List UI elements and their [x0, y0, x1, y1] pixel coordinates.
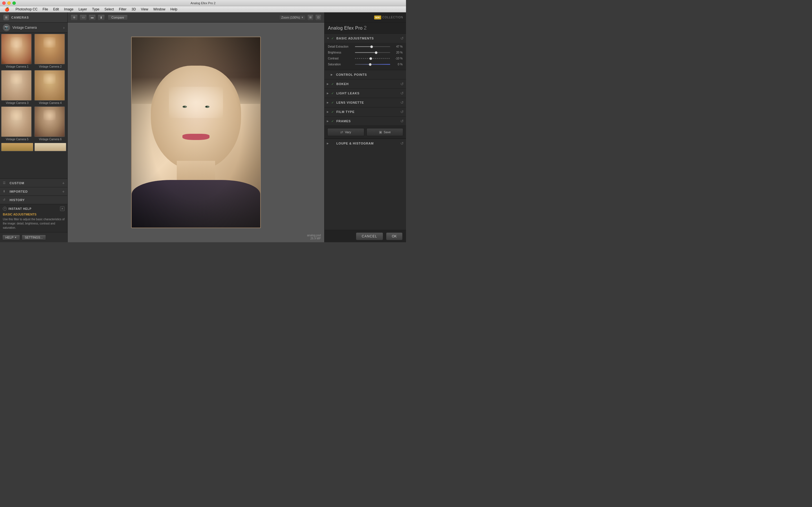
- vary-icon: ⇄: [340, 130, 343, 134]
- control-points-section: ▶ Control Points: [324, 70, 406, 79]
- settings-button[interactable]: SETTINGS...: [22, 235, 46, 240]
- camera-item-1[interactable]: Vintage Camera 1: [1, 34, 33, 69]
- detail-extraction-thumb[interactable]: [370, 45, 373, 48]
- camera-item-partial-2[interactable]: [35, 143, 66, 151]
- light-leaks-reset[interactable]: ↺: [400, 91, 404, 96]
- history-icon: ↺: [3, 198, 7, 202]
- contrast-row: Contrast -10 %: [328, 57, 403, 60]
- apple-menu[interactable]: 🍎: [2, 6, 11, 12]
- menu-layer[interactable]: Layer: [76, 7, 89, 12]
- lens-vignette-reset[interactable]: ↺: [400, 100, 404, 105]
- loupe-chevron: ▶: [327, 142, 329, 145]
- loupe-histogram-section[interactable]: ▶ LOUPE & HISTOGRAM ↺: [324, 138, 406, 148]
- basic-adjustments-header[interactable]: ▼ ✓ BASIC ADJUSTMENTS ↺: [324, 34, 406, 43]
- bokeh-header[interactable]: ▶ ✓ BOKEH ↺: [324, 79, 406, 89]
- detail-extraction-track[interactable]: [355, 46, 390, 47]
- custom-section[interactable]: ☰ CUSTOM +: [0, 179, 67, 187]
- cancel-button[interactable]: CANCEL: [356, 232, 383, 240]
- zoom-control[interactable]: Zoom (100%) ▼: [279, 15, 306, 20]
- brightness-track[interactable]: [355, 52, 390, 53]
- menu-filter[interactable]: Filter: [117, 7, 129, 12]
- contrast-track[interactable]: [355, 58, 390, 59]
- camera-thumb-face-2: [35, 34, 64, 64]
- instant-help-title-row: ? INSTANT HELP: [3, 207, 32, 211]
- brightness-thumb[interactable]: [375, 51, 377, 54]
- canvas-toolbar: ⊕ ▭ ▬ ▮ Compare Zoom (100%) ▼ ⊞ ⊡: [68, 12, 324, 22]
- frames-title: FRAMES: [336, 119, 399, 123]
- menu-file[interactable]: File: [40, 7, 50, 12]
- saturation-value: 0 %: [392, 63, 403, 66]
- camera-grid: Vintage Camera 1 Vintage Camera 2 Vintag…: [0, 33, 67, 179]
- saturation-thumb[interactable]: [369, 63, 371, 66]
- help-section-title: BASIC ADJUSTMENTS: [3, 213, 64, 216]
- basic-adjustments-section: ▼ ✓ BASIC ADJUSTMENTS ↺ Detail Extractio…: [324, 34, 406, 70]
- maximize-button[interactable]: [12, 1, 16, 5]
- menu-type[interactable]: Type: [90, 7, 101, 12]
- history-section[interactable]: ↺ HISTORY: [0, 195, 67, 204]
- file-size: 26.9 MP: [307, 237, 321, 240]
- portrait-vignette: [132, 37, 260, 228]
- light-leaks-header[interactable]: ▶ ✓ LIGHT LEAKS ↺: [324, 89, 406, 98]
- bokeh-reset[interactable]: ↺: [400, 82, 404, 86]
- menu-edit[interactable]: Edit: [51, 7, 61, 12]
- camera-item-3[interactable]: Vintage Camera 3: [1, 70, 33, 105]
- menu-3d[interactable]: 3D: [130, 7, 138, 12]
- vary-button[interactable]: ⇄ Vary: [327, 128, 364, 136]
- camera-item-6[interactable]: Vintage Camera 6: [35, 107, 66, 142]
- toolbar-fit-view[interactable]: ⊞: [307, 14, 313, 20]
- imported-icon: ⬇: [3, 189, 7, 193]
- camera-nav-arrow[interactable]: ›: [63, 25, 64, 30]
- save-button[interactable]: ▣ Save: [366, 128, 403, 136]
- contrast-value: -10 %: [392, 57, 403, 60]
- control-points-header[interactable]: ▶ Control Points: [324, 70, 406, 79]
- contrast-thumb[interactable]: [369, 57, 372, 60]
- close-button[interactable]: [2, 1, 6, 5]
- toolbar-split-view[interactable]: ▬: [89, 14, 96, 20]
- imported-section[interactable]: ⬇ IMPORTED +: [0, 187, 67, 195]
- help-close-button[interactable]: ✕: [60, 207, 64, 211]
- menu-view[interactable]: View: [139, 7, 151, 12]
- frames-reset[interactable]: ↺: [400, 119, 404, 123]
- toolbar-single-view[interactable]: ▭: [80, 14, 87, 20]
- menu-image[interactable]: Image: [62, 7, 75, 12]
- action-buttons: ⇄ Vary ▣ Save: [324, 126, 406, 138]
- frames-check: ✓: [331, 119, 335, 123]
- saturation-track[interactable]: [355, 64, 390, 65]
- minimize-button[interactable]: [7, 1, 11, 5]
- lens-vignette-header[interactable]: ▶ ✓ LENS VIGNETTE ↺: [324, 98, 406, 107]
- toolbar-side-view[interactable]: ▮: [98, 14, 105, 20]
- toolbar-move-tool[interactable]: ⊕: [70, 14, 78, 20]
- toolbar-full-view[interactable]: ⊡: [315, 14, 321, 20]
- custom-label: CUSTOM: [10, 181, 60, 185]
- custom-add-button[interactable]: +: [62, 181, 64, 185]
- ok-button[interactable]: OK: [386, 232, 403, 240]
- menu-select[interactable]: Select: [102, 7, 116, 12]
- camera-thumb-partial-1: [1, 143, 33, 151]
- nik-badge: NIK Collection: [324, 12, 406, 22]
- menu-help[interactable]: Help: [168, 7, 180, 12]
- camera-item-4[interactable]: Vintage Camera 4: [35, 70, 66, 105]
- compare-button[interactable]: Compare: [108, 15, 128, 20]
- film-type-section: ▶ ✓ FILM TYPE ↺: [324, 107, 406, 117]
- lens-vignette-title: LENS VIGNETTE: [336, 101, 399, 104]
- camera-item-5[interactable]: Vintage Camera 5: [1, 107, 33, 142]
- basic-adjustments-reset[interactable]: ↺: [400, 36, 404, 41]
- loupe-reset[interactable]: ↺: [400, 141, 404, 146]
- camera-selector[interactable]: 📷 Vintage Camera ›: [0, 22, 67, 33]
- film-type-reset[interactable]: ↺: [400, 110, 404, 114]
- frames-header[interactable]: ▶ ✓ FRAMES ↺: [324, 117, 406, 126]
- menu-bar: 🍎 Photoshop CC File Edit Image Layer Typ…: [0, 6, 406, 12]
- film-type-header[interactable]: ▶ ✓ FILM TYPE ↺: [324, 107, 406, 116]
- camera-thumb-face-1: [1, 34, 31, 64]
- control-points-label: Control Points: [336, 73, 367, 76]
- bokeh-check: ✓: [331, 82, 335, 86]
- camera-item-partial-1[interactable]: [1, 143, 33, 151]
- menu-photoshop[interactable]: Photoshop CC: [13, 7, 40, 12]
- camera-thumb-2: [35, 34, 65, 64]
- vary-label: Vary: [345, 130, 351, 134]
- menu-window[interactable]: Window: [151, 7, 168, 12]
- camera-item-2[interactable]: Vintage Camera 2: [35, 34, 66, 69]
- imported-add-button[interactable]: +: [62, 189, 64, 194]
- nik-logo: NIK Collection: [374, 15, 403, 19]
- help-button[interactable]: HELP ▼: [2, 235, 20, 240]
